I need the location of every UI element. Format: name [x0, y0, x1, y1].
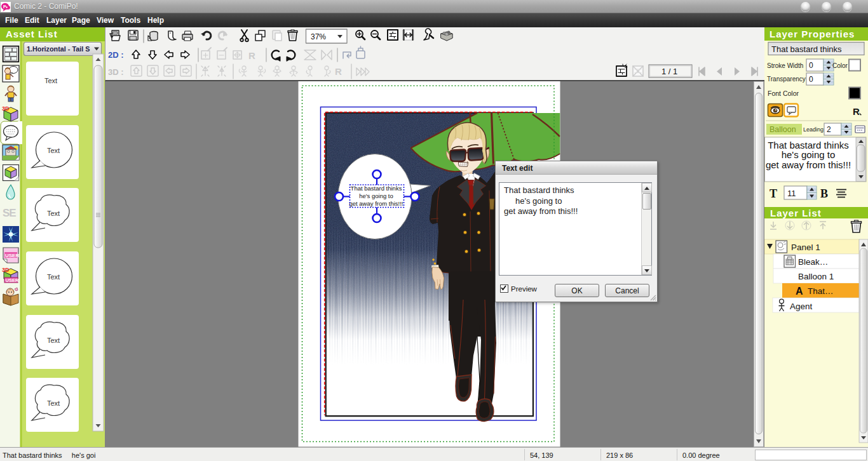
svg-text:R: R	[853, 106, 860, 117]
svg-text:Text: Text	[47, 273, 60, 281]
svg-text:11: 11	[787, 189, 796, 198]
svg-text:Font Color: Font Color	[768, 90, 799, 97]
svg-text:0: 0	[809, 61, 813, 70]
svg-text:SE: SE	[3, 207, 16, 219]
svg-text:37%: 37%	[311, 32, 326, 41]
svg-text:Text: Text	[47, 337, 60, 344]
svg-text:Transparency: Transparency	[767, 76, 806, 83]
svg-text:1.Horizontal - Tail S: 1.Horizontal - Tail S	[27, 45, 90, 53]
svg-text:he's going to: he's going to	[359, 192, 393, 199]
svg-text:get away from this!!!: get away from this!!!	[349, 200, 403, 207]
svg-text:Leading: Leading	[803, 126, 824, 133]
svg-text:Text: Text	[47, 210, 60, 217]
svg-text:A: A	[796, 286, 803, 297]
svg-text:That…: That…	[808, 286, 834, 296]
svg-text:Text: Text	[47, 399, 60, 407]
svg-text:R: R	[248, 50, 255, 61]
svg-text:0: 0	[809, 75, 813, 84]
svg-text:USER: USER	[5, 253, 19, 258]
svg-text:B: B	[820, 187, 828, 200]
svg-text:That bastard thinks: That bastard thinks	[768, 140, 849, 150]
svg-text:T: T	[770, 187, 777, 200]
svg-text:Balloon: Balloon	[770, 125, 796, 134]
svg-text:Balloon 1: Balloon 1	[798, 272, 834, 281]
svg-text:he's going to: he's going to	[782, 149, 836, 160]
svg-text:3D :: 3D :	[108, 67, 124, 77]
svg-text:2D :: 2D :	[108, 50, 124, 60]
svg-text:P: P	[3, 4, 6, 9]
svg-text:Agent: Agent	[790, 302, 813, 311]
svg-text:Bleak…: Bleak…	[798, 257, 828, 267]
svg-text:R: R	[335, 66, 342, 77]
svg-text:That bastard thinks: That bastard thinks	[771, 44, 842, 54]
svg-text:Layer Properties: Layer Properties	[770, 29, 855, 39]
svg-text:get away from this!!!: get away from this!!!	[766, 159, 851, 170]
svg-text:Text: Text	[44, 77, 57, 84]
svg-text:Panel 1: Panel 1	[791, 243, 820, 252]
svg-text:2: 2	[827, 125, 831, 134]
svg-text:Stroke Width: Stroke Width	[767, 62, 803, 69]
svg-text:1 / 1: 1 / 1	[661, 67, 677, 76]
svg-text:3D: 3D	[2, 105, 10, 112]
svg-text:Layer List: Layer List	[770, 208, 822, 218]
svg-text:That bastard thinks: That bastard thinks	[351, 185, 402, 192]
svg-text:Text: Text	[47, 147, 60, 154]
svg-text:3D: 3D	[2, 267, 10, 273]
svg-text:USER: USER	[6, 277, 19, 283]
svg-text:Color: Color	[832, 62, 848, 69]
